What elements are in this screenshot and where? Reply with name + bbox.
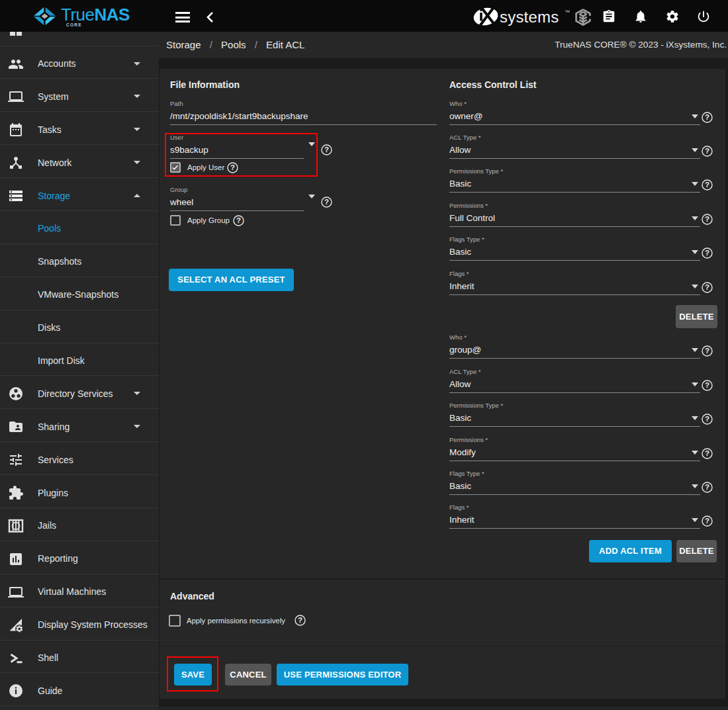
svg-text:?: ? (705, 215, 709, 223)
svg-text:?: ? (705, 517, 709, 525)
svg-text:?: ? (298, 616, 302, 624)
svg-text:?: ? (705, 483, 709, 491)
svg-text:?: ? (324, 198, 329, 206)
svg-text:?: ? (705, 181, 709, 189)
svg-text:?: ? (705, 147, 709, 155)
svg-text:?: ? (705, 283, 709, 291)
svg-text:?: ? (705, 113, 709, 121)
svg-text:?: ? (324, 146, 329, 154)
svg-text:?: ? (705, 381, 709, 389)
svg-text:?: ? (705, 415, 709, 423)
svg-text:?: ? (236, 216, 241, 224)
svg-text:?: ? (705, 249, 709, 257)
svg-text:?: ? (705, 347, 709, 355)
svg-text:?: ? (705, 449, 709, 457)
